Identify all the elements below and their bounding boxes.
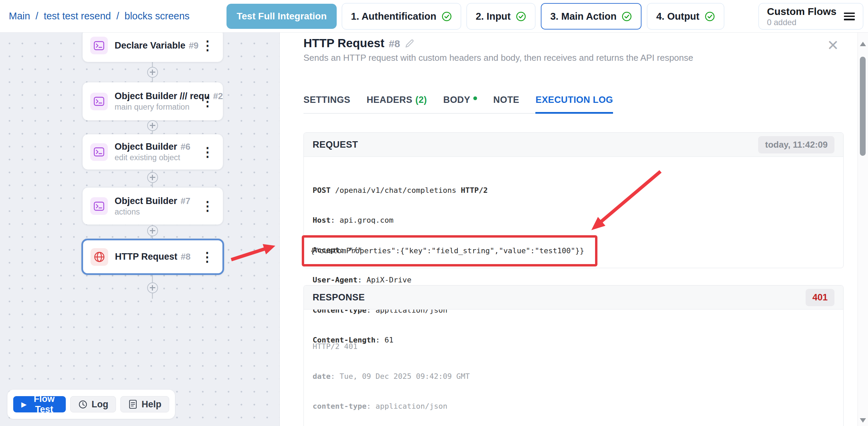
step-authentification[interactable]: 1. Authentification	[342, 3, 461, 30]
custom-flows-label: Custom Flows	[767, 6, 836, 17]
response-line: content-type: application/json	[313, 401, 627, 411]
tab-execution-log[interactable]: EXECUTION LOG	[535, 86, 613, 114]
log-label: Log	[92, 399, 108, 410]
scrollbar-down-arrow[interactable]	[860, 418, 866, 423]
step-input[interactable]: 2. Input	[467, 3, 535, 30]
apix-flow-editor: { "colors": { "accent_blue": "#1366d6", …	[0, 0, 868, 426]
step-output[interactable]: 4. Output	[647, 3, 724, 30]
breadcrumb-link-screen[interactable]: blocks screens	[124, 11, 190, 22]
add-block-button[interactable]	[147, 225, 158, 236]
tab-label: HEADERS	[367, 95, 412, 105]
response-label: RESPONSE	[313, 292, 365, 303]
add-block-button[interactable]	[147, 172, 158, 183]
request-body-highlight-annotation: {"customProperties":{"key":"field_string…	[302, 235, 597, 266]
terminal-icon	[90, 197, 108, 215]
tab-body[interactable]: BODY	[443, 86, 477, 114]
block-title: Declare Variable	[115, 40, 185, 51]
add-block-button[interactable]	[147, 67, 158, 78]
flow-block-object-builder-7[interactable]: Object Builder #7 actions ⋮	[82, 187, 223, 225]
block-title: HTTP Request	[115, 252, 177, 262]
block-title: Object Builder /// requ	[115, 91, 210, 101]
request-timestamp-badge: today, 11:42:09	[758, 136, 834, 153]
response-headers-text: HTTP/2 401 date: Tue, 09 Dec 2025 09:42:…	[313, 321, 627, 426]
flow-canvas[interactable]: Declare Variable #9 ⋮ Object Builder ///…	[0, 32, 279, 426]
response-section: RESPONSE 401 HTTP/2 401 date: Tue, 09 De…	[303, 285, 844, 426]
block-title: Object Builder	[115, 196, 177, 206]
tab-settings[interactable]: SETTINGS	[303, 86, 350, 114]
top-bar: Main / test test resend / blocks screens…	[0, 0, 868, 33]
block-number: #8	[181, 252, 191, 262]
help-button[interactable]: Help	[120, 396, 169, 412]
panel-title: HTTP Request	[303, 36, 384, 50]
terminal-icon	[90, 37, 108, 54]
add-block-button[interactable]	[147, 282, 158, 293]
step-label: 4. Output	[656, 11, 699, 22]
kebab-menu-icon[interactable]: ⋮	[198, 94, 217, 109]
green-dot-icon	[473, 96, 477, 100]
flow-block-object-builder-6[interactable]: Object Builder #6 edit existing object ⋮	[82, 134, 223, 170]
step-label: 1. Authentification	[351, 11, 436, 22]
add-block-button[interactable]	[147, 120, 158, 131]
tab-note[interactable]: NOTE	[493, 86, 519, 114]
step-main-action[interactable]: 3. Main Action	[541, 3, 642, 30]
request-line: User-Agent: ApiX-Drive	[313, 275, 488, 285]
breadcrumb: Main / test test resend / blocks screens	[9, 0, 190, 32]
breadcrumb-separator: /	[36, 11, 38, 22]
custom-flows-button[interactable]: Custom Flows 0 added	[758, 3, 863, 30]
canvas-panel-divider	[279, 32, 280, 426]
tab-headers[interactable]: HEADERS (2)	[367, 86, 427, 114]
block-detail-panel: HTTP Request #8 Sends an HTTP request wi…	[280, 32, 868, 426]
request-line: Host: api.groq.com	[313, 215, 488, 225]
tab-label: EXECUTION LOG	[535, 95, 613, 105]
flow-test-label: Flow Test	[31, 394, 58, 415]
block-subtitle: edit existing object	[115, 153, 190, 162]
help-label: Help	[141, 399, 161, 410]
globe-icon	[91, 248, 108, 266]
breadcrumb-link-main[interactable]: Main	[9, 11, 30, 22]
block-title: Object Builder	[115, 142, 177, 152]
request-label: REQUEST	[313, 140, 358, 150]
panel-scrollbar[interactable]	[857, 32, 868, 426]
hamburger-icon	[844, 13, 855, 20]
document-icon	[128, 399, 138, 409]
edit-pencil-icon[interactable]	[405, 38, 415, 49]
tab-label: NOTE	[493, 95, 519, 105]
check-circle-icon	[622, 11, 632, 22]
response-line: HTTP/2 401	[313, 341, 627, 351]
check-circle-icon	[441, 11, 452, 22]
panel-description: Sends an HTTP request with custom header…	[303, 53, 693, 63]
flow-test-button[interactable]: ▶ Flow Test	[13, 396, 66, 412]
tab-label: SETTINGS	[303, 95, 350, 105]
breadcrumb-separator: /	[116, 11, 119, 22]
flow-block-http-request[interactable]: HTTP Request #8 ⋮	[81, 239, 224, 275]
close-icon[interactable]: ✕	[825, 36, 841, 55]
flow-block-declare-variable[interactable]: Declare Variable #9 ⋮	[82, 32, 223, 62]
request-body-json: {"customProperties":{"key":"field_string…	[304, 246, 584, 256]
flow-block-object-builder-2[interactable]: Object Builder /// requ #2 main query fo…	[82, 82, 223, 121]
test-full-integration-button[interactable]: Test Full Integration	[226, 4, 337, 29]
block-number: #9	[189, 40, 199, 51]
block-subtitle: actions	[115, 207, 190, 217]
play-icon: ▶	[21, 401, 26, 408]
terminal-icon	[90, 143, 108, 161]
log-button[interactable]: Log	[70, 396, 116, 412]
response-section-header: RESPONSE 401	[304, 285, 843, 310]
kebab-menu-icon[interactable]: ⋮	[198, 38, 217, 53]
response-status-badge: 401	[806, 289, 834, 306]
kebab-menu-icon[interactable]: ⋮	[198, 249, 216, 265]
check-circle-icon	[516, 11, 526, 22]
check-circle-icon	[705, 11, 715, 22]
kebab-menu-icon[interactable]: ⋮	[198, 144, 217, 160]
terminal-icon	[90, 93, 108, 110]
canvas-toolbar: ▶ Flow Test Log Help	[7, 390, 175, 419]
tab-headers-count: (2)	[415, 95, 427, 105]
scrollbar-thumb[interactable]	[860, 57, 866, 156]
scrollbar-up-arrow[interactable]	[860, 42, 866, 46]
request-line: POST /openai/v1/chat/completions HTTP/2	[313, 185, 488, 195]
request-section-header: REQUEST today, 11:42:09	[304, 133, 843, 157]
breadcrumb-link-integration[interactable]: test test resend	[44, 11, 111, 22]
block-number: #7	[181, 196, 191, 206]
kebab-menu-icon[interactable]: ⋮	[198, 198, 217, 214]
block-number: #6	[181, 142, 191, 152]
panel-tabs: SETTINGS HEADERS (2) BODY NOTE EXECUTION…	[303, 86, 579, 114]
